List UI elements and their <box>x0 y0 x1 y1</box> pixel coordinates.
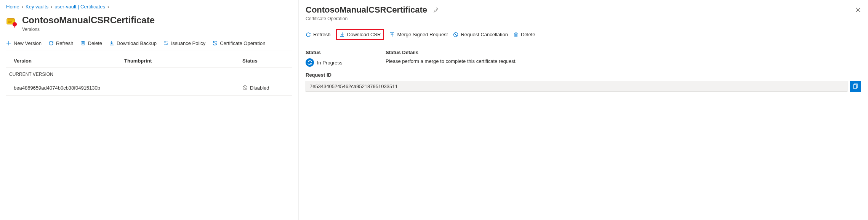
svg-rect-1 <box>8 19 14 20</box>
panel-header: ContosoManualCSRCertificate <box>306 5 861 15</box>
highlight-download-csr: Download CSR <box>336 29 384 40</box>
page-subtitle: Versions <box>22 27 155 32</box>
right-panel: ContosoManualCSRCertificate Certificate … <box>299 0 868 220</box>
trash-icon <box>80 40 86 46</box>
issuance-policy-label: Issuance Policy <box>171 40 205 46</box>
request-id-value[interactable]: 7e5343405245462ca952187951033511 <box>306 81 847 92</box>
breadcrumb: Home › Key vaults › user-vault | Certifi… <box>6 4 292 10</box>
svg-rect-3 <box>8 22 11 22</box>
request-id-row: 7e5343405245462ca952187951033511 <box>306 81 861 92</box>
svg-point-5 <box>164 42 165 43</box>
copy-button[interactable] <box>850 81 861 92</box>
blocked-icon <box>242 85 248 90</box>
refresh-icon <box>306 32 311 37</box>
row-status: Disabled <box>242 85 269 91</box>
request-cancellation-label: Request Cancellation <box>461 32 508 37</box>
svg-rect-9 <box>854 85 857 88</box>
row-version: bea4869659ad4074b0cb38f04915130b <box>14 85 124 92</box>
pin-button[interactable] <box>431 5 442 15</box>
request-id-label: Request ID <box>306 72 861 78</box>
trash-icon <box>513 32 519 37</box>
col-header-status[interactable]: Status <box>242 58 285 64</box>
refresh-icon <box>48 40 54 46</box>
right-toolbar: Refresh Download CSR Merge Signed Reques… <box>306 27 861 44</box>
breadcrumb-home[interactable]: Home <box>6 4 19 10</box>
status-text: In Progress <box>317 60 342 66</box>
new-version-button[interactable]: New Version <box>6 40 42 46</box>
delete-label: Delete <box>88 40 102 46</box>
upload-icon <box>389 32 395 37</box>
cancel-icon <box>453 32 458 37</box>
merge-signed-button[interactable]: Merge Signed Request <box>389 32 448 37</box>
download-icon <box>109 40 114 46</box>
panel-subtitle: Certificate Operation <box>306 16 861 21</box>
title-block: ContosoManualCSRCertificate Versions <box>22 15 155 32</box>
merge-signed-label: Merge Signed Request <box>397 32 448 37</box>
new-version-label: New Version <box>14 40 42 46</box>
left-toolbar: New Version Refresh Delete Download Back… <box>6 39 292 50</box>
svg-rect-2 <box>8 21 12 21</box>
table-header: Version Thumbprint Status <box>6 54 292 68</box>
row-status-label: Disabled <box>250 85 269 91</box>
section-current-version: CURRENT VERSION <box>6 68 292 81</box>
chevron-right-icon: › <box>51 4 52 10</box>
certificate-icon <box>6 16 18 28</box>
sync-icon <box>212 40 218 46</box>
in-progress-icon <box>306 58 314 67</box>
svg-point-4 <box>13 22 17 26</box>
status-details-label: Status Details <box>386 50 517 55</box>
pin-icon <box>434 7 439 13</box>
breadcrumb-keyvaults[interactable]: Key vaults <box>26 4 48 10</box>
refresh-button[interactable]: Refresh <box>48 40 74 46</box>
chevron-right-icon: › <box>107 4 109 10</box>
row-thumbprint <box>124 85 242 92</box>
panel-title: ContosoManualCSRCertificate <box>306 5 427 15</box>
title-row: ContosoManualCSRCertificate Versions <box>6 15 292 32</box>
delete-label-2: Delete <box>521 32 535 37</box>
delete-button[interactable]: Delete <box>80 40 102 46</box>
refresh-label-2: Refresh <box>313 32 331 37</box>
details-grid: Status In Progress Status Details Please… <box>306 50 861 67</box>
chevron-right-icon: › <box>22 4 23 10</box>
close-button[interactable] <box>853 5 863 15</box>
plus-icon <box>6 40 11 46</box>
refresh-button-2[interactable]: Refresh <box>306 32 331 37</box>
download-icon <box>340 32 345 37</box>
settings-icon <box>163 40 169 46</box>
certificate-operation-button[interactable]: Certificate Operation <box>212 40 265 46</box>
download-backup-button[interactable]: Download Backup <box>109 40 157 46</box>
page-title: ContosoManualCSRCertificate <box>22 15 155 26</box>
close-icon <box>855 7 861 13</box>
breadcrumb-uservault[interactable]: user-vault | Certificates <box>54 4 105 10</box>
col-header-version[interactable]: Version <box>14 58 124 64</box>
request-cancellation-button[interactable]: Request Cancellation <box>453 32 508 37</box>
refresh-label: Refresh <box>56 40 74 46</box>
download-backup-label: Download Backup <box>117 40 157 46</box>
status-details-text: Please perform a merge to complete this … <box>386 58 517 64</box>
download-csr-button[interactable]: Download CSR <box>340 32 381 37</box>
status-value: In Progress <box>306 58 342 67</box>
download-csr-label: Download CSR <box>347 32 381 37</box>
copy-icon <box>852 84 858 90</box>
status-label: Status <box>306 50 370 55</box>
certificate-operation-label: Certificate Operation <box>220 40 265 46</box>
left-panel: Home › Key vaults › user-vault | Certifi… <box>0 0 299 220</box>
table-row[interactable]: bea4869659ad4074b0cb38f04915130b Disable… <box>6 81 292 96</box>
col-header-thumbprint[interactable]: Thumbprint <box>124 58 242 64</box>
issuance-policy-button[interactable]: Issuance Policy <box>163 40 205 46</box>
svg-point-6 <box>167 44 168 45</box>
delete-button-2[interactable]: Delete <box>513 32 535 37</box>
